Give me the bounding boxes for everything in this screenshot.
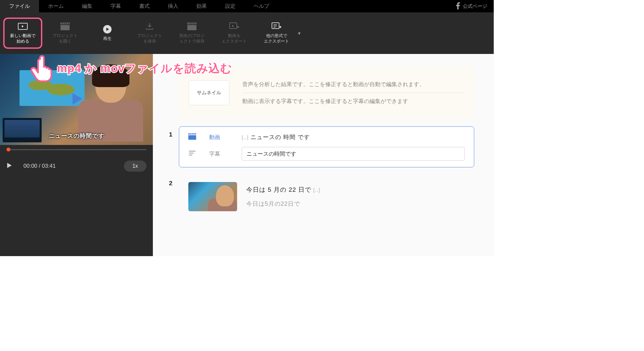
transcript-text[interactable]: [‥] ニュースの 時間 です — [242, 133, 465, 141]
new-video-button[interactable]: 新しい動画で 始める — [3, 18, 42, 49]
export-video-icon — [229, 22, 239, 31]
menu-format[interactable]: 書式 — [130, 0, 159, 12]
video-track-label: 動画 — [209, 134, 229, 141]
facebook-label: 公式ページ — [463, 3, 487, 9]
thumbnail-placeholder[interactable]: サムネイル — [189, 80, 229, 105]
subtitle-input[interactable] — [242, 147, 465, 161]
menu-bar: ファイル ホーム 編集 字幕 書式 挿入 効果 設定 ヘルプ 公式ページ — [0, 0, 494, 12]
segment-number: 1 — [153, 126, 172, 167]
tutorial-annotation: mp4 か movファイルを読み込む — [28, 55, 232, 81]
open-project-button[interactable]: プロジェクト を開く — [46, 22, 85, 44]
menu-subtitle[interactable]: 字幕 — [101, 0, 130, 12]
menu-help[interactable]: ヘルプ — [245, 0, 278, 12]
time-display: 00:00 / 03:41 — [23, 163, 56, 169]
play-overlay-icon[interactable] — [67, 90, 86, 109]
info-line-audio: 音声を分析した結果です。ここを修正すると動画が自動で編集されます。 — [242, 76, 464, 93]
play-button[interactable]: 再生 — [88, 25, 127, 42]
chevron-down-icon[interactable]: ▾ — [298, 30, 301, 36]
clapperboard-icon — [188, 133, 196, 141]
download-icon — [145, 22, 154, 31]
facebook-link[interactable]: 公式ページ — [449, 2, 494, 10]
menu-insert[interactable]: 挿入 — [159, 0, 187, 12]
facebook-icon — [456, 2, 460, 10]
new-video-label: 新しい動画で 始める — [10, 33, 35, 44]
video-scrubber[interactable] — [0, 146, 153, 153]
menu-edit[interactable]: 編集 — [73, 0, 101, 12]
subtitle-text[interactable]: 今日は5月の22日で — [246, 200, 465, 208]
toolbar: 新しい動画で 始める プロジェクト を開く 再生 プロジェクト を保存 別名のプ… — [0, 12, 494, 54]
play-circle-icon — [102, 25, 112, 33]
pointing-hand-icon — [28, 55, 54, 81]
play-small-icon[interactable] — [7, 162, 12, 170]
editor-panel: サムネイル 音声を分析した結果です。ここを修正すると動画が自動で編集されます。 … — [153, 54, 494, 256]
preview-caption: ニュースの時間です — [49, 132, 104, 140]
segment-row: 1 動画 [‥] ニュースの 時間 です 字幕 — [153, 126, 474, 167]
segment-thumbnail — [188, 182, 237, 211]
segment-body[interactable]: 動画 [‥] ニュースの 時間 です 字幕 — [179, 126, 474, 167]
annotation-text: mp4 か movファイルを読み込む — [57, 61, 232, 76]
save-project-button[interactable]: プロジェクト を保存 — [130, 22, 169, 44]
save-as-button[interactable]: 別名のプロジ ェクトで保存 — [172, 22, 211, 44]
export-other-icon — [272, 22, 281, 31]
menu-file[interactable]: ファイル — [0, 0, 39, 12]
menu-settings[interactable]: 設定 — [216, 0, 245, 12]
new-video-icon — [18, 22, 28, 31]
subtitle-track-label: 字幕 — [209, 150, 229, 158]
menu-home[interactable]: ホーム — [39, 0, 73, 12]
subtitle-icon — [188, 150, 196, 157]
clapperboard-icon — [60, 22, 70, 31]
svg-rect-3 — [272, 23, 279, 29]
segment-row: 2 今日は 5 月の 22 日で [‥] 今日は5月の22日で — [153, 175, 474, 218]
segment-number: 2 — [153, 175, 172, 218]
video-panel: VREW ニュースの時間です 00:00 / 03:41 1x — [0, 54, 153, 256]
clapperboard-alt-icon — [187, 22, 197, 31]
playback-speed-button[interactable]: 1x — [124, 161, 146, 172]
transcript-text[interactable]: 今日は 5 月の 22 日で [‥] — [246, 186, 465, 194]
export-video-button[interactable]: 動画を エクスポート — [215, 22, 254, 44]
segment-body[interactable]: 今日は 5 月の 22 日で [‥] 今日は5月の22日で — [179, 175, 474, 218]
export-other-button[interactable]: 他の形式で エクスポート — [257, 22, 296, 44]
menu-effect[interactable]: 効果 — [187, 0, 216, 12]
info-line-subtitle: 動画に表示する字幕です。ここを修正すると字幕の編集ができます — [242, 93, 464, 110]
